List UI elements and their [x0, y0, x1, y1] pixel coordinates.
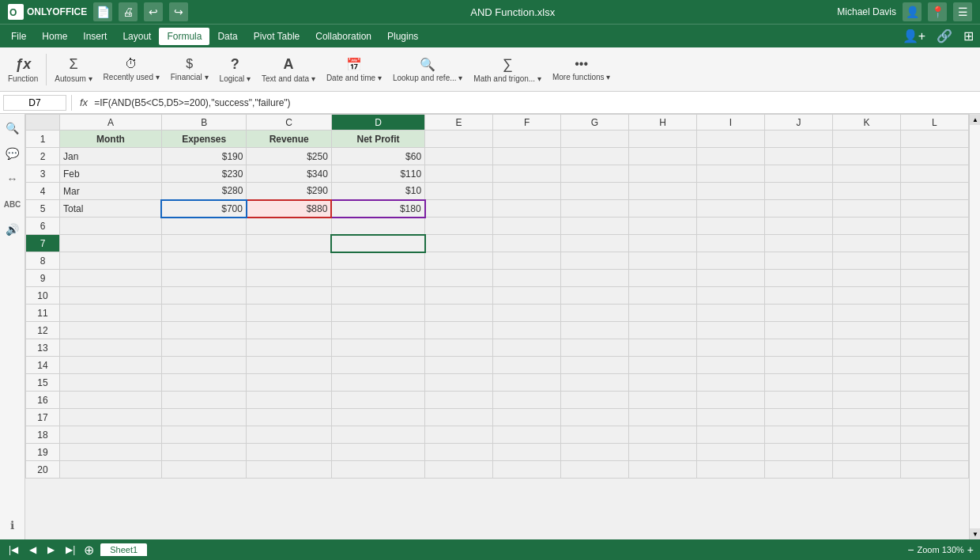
cell-E7[interactable]: [425, 235, 493, 252]
cell-K7[interactable]: [832, 235, 900, 252]
cell-C3[interactable]: $340: [247, 165, 331, 183]
save-icon[interactable]: 📄: [93, 2, 112, 21]
cell-H6[interactable]: [629, 218, 697, 235]
cell-J7[interactable]: [764, 235, 832, 252]
cell-G4[interactable]: [561, 183, 629, 200]
menu-plugins[interactable]: Plugins: [379, 28, 426, 45]
row-header-3[interactable]: 3: [26, 165, 60, 183]
sidebar-info-icon[interactable]: ℹ: [2, 514, 24, 536]
cell-H4[interactable]: [629, 183, 697, 200]
cell-D4[interactable]: $10: [331, 183, 424, 200]
scroll-up-button[interactable]: ▲: [970, 114, 980, 125]
cell-J6[interactable]: [764, 218, 832, 235]
cell-C5[interactable]: $880: [247, 200, 331, 218]
zoom-in-button[interactable]: +: [967, 543, 974, 556]
cell-C1[interactable]: Revenue: [247, 131, 331, 148]
cell-D3[interactable]: $110: [331, 165, 424, 183]
col-header-D[interactable]: D: [331, 115, 424, 131]
formula-input[interactable]: [94, 97, 977, 108]
row-header-1[interactable]: 1: [26, 131, 60, 148]
cell-C6[interactable]: [247, 218, 331, 235]
cell-G5[interactable]: [561, 200, 629, 218]
cell-D6[interactable]: [331, 218, 424, 235]
cell-K2[interactable]: [832, 148, 900, 165]
menu-formula[interactable]: Formula: [159, 28, 209, 45]
cell-E3[interactable]: [425, 165, 493, 183]
col-header-I[interactable]: I: [696, 115, 764, 131]
cell-J3[interactable]: [764, 165, 832, 183]
add-sheet-button[interactable]: ⊕: [84, 543, 94, 558]
cell-E2[interactable]: [425, 148, 493, 165]
cell-A5[interactable]: Total: [59, 200, 161, 218]
cell-F4[interactable]: [493, 183, 561, 200]
cell-I5[interactable]: [696, 200, 764, 218]
cell-C2[interactable]: $250: [247, 148, 331, 165]
cell-J2[interactable]: [764, 148, 832, 165]
user-icon[interactable]: 👤: [903, 2, 922, 21]
cell-H5[interactable]: [629, 200, 697, 218]
cell-B6[interactable]: [161, 218, 246, 235]
cell-A4[interactable]: Mar: [59, 183, 161, 200]
sidebar-sound-icon[interactable]: 🔊: [2, 218, 24, 240]
row-header-11[interactable]: 11: [26, 305, 60, 322]
sidebar-comment-icon[interactable]: 💬: [2, 142, 24, 165]
row-header-12[interactable]: 12: [26, 322, 60, 339]
add-user-button[interactable]: 👤+: [899, 25, 929, 47]
text-data-button[interactable]: A Text and data ▾: [257, 53, 320, 86]
cell-G1[interactable]: [561, 131, 629, 148]
cell-J4[interactable]: [764, 183, 832, 200]
expand-icon[interactable]: ⊞: [960, 25, 977, 47]
cell-B7[interactable]: [161, 235, 246, 252]
cell-B4[interactable]: $280: [161, 183, 246, 200]
col-header-C[interactable]: C: [247, 115, 331, 131]
cell-E1[interactable]: [425, 131, 493, 148]
cell-A3[interactable]: Feb: [59, 165, 161, 183]
financial-button[interactable]: $ Financial ▾: [166, 54, 213, 85]
cell-B2[interactable]: $190: [161, 148, 246, 165]
row-header-19[interactable]: 19: [26, 444, 60, 461]
row-header-18[interactable]: 18: [26, 426, 60, 444]
row-header-17[interactable]: 17: [26, 409, 60, 426]
cell-L4[interactable]: [900, 183, 968, 200]
cell-F2[interactable]: [493, 148, 561, 165]
cell-C4[interactable]: $290: [247, 183, 331, 200]
cell-I3[interactable]: [696, 165, 764, 183]
row-header-15[interactable]: 15: [26, 374, 60, 392]
row-header-13[interactable]: 13: [26, 339, 60, 357]
cell-L5[interactable]: [900, 200, 968, 218]
recently-used-button[interactable]: ⏱ Recently used ▾: [99, 54, 164, 85]
redo-icon[interactable]: ↪: [169, 2, 188, 21]
cell-J1[interactable]: [764, 131, 832, 148]
cell-E5[interactable]: [425, 200, 493, 218]
menu-layout[interactable]: Layout: [115, 28, 159, 45]
cell-G7[interactable]: [561, 235, 629, 252]
col-header-J[interactable]: J: [764, 115, 832, 131]
cell-B5[interactable]: $700: [161, 200, 246, 218]
sheet-tab-1[interactable]: Sheet1: [100, 543, 147, 556]
row-header-20[interactable]: 20: [26, 461, 60, 479]
menu-data[interactable]: Data: [209, 28, 245, 45]
cell-H2[interactable]: [629, 148, 697, 165]
cell-J5[interactable]: [764, 200, 832, 218]
menu-collaboration[interactable]: Collaboration: [307, 28, 379, 45]
cell-K6[interactable]: [832, 218, 900, 235]
col-header-L[interactable]: L: [900, 115, 968, 131]
cell-B1[interactable]: Expenses: [161, 131, 246, 148]
autosum-button[interactable]: Σ Autosum ▾: [50, 53, 96, 86]
cell-G6[interactable]: [561, 218, 629, 235]
cell-G3[interactable]: [561, 165, 629, 183]
cell-E4[interactable]: [425, 183, 493, 200]
more-functions-button[interactable]: ••• More functions ▾: [548, 54, 615, 85]
row-header-6[interactable]: 6: [26, 218, 60, 235]
cell-I7[interactable]: [696, 235, 764, 252]
undo-icon[interactable]: ↩: [144, 2, 163, 21]
location-icon[interactable]: 📍: [928, 2, 947, 21]
cell-F5[interactable]: [493, 200, 561, 218]
sidebar-translate-icon[interactable]: ↔: [2, 168, 24, 190]
col-header-G[interactable]: G: [561, 115, 629, 131]
row-header-7[interactable]: 7: [26, 235, 60, 252]
cell-I6[interactable]: [696, 218, 764, 235]
row-header-8[interactable]: 8: [26, 252, 60, 270]
share-icon[interactable]: 🔗: [933, 25, 956, 47]
cell-L1[interactable]: [900, 131, 968, 148]
